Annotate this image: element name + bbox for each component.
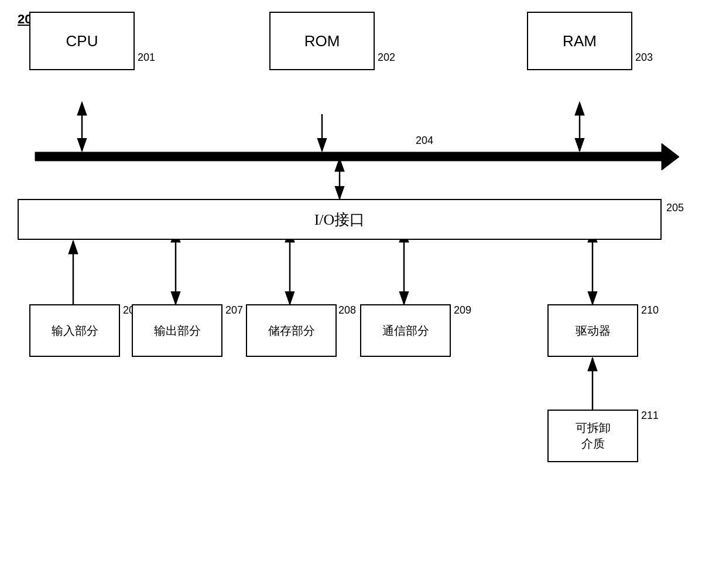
rom-box: ROM: [269, 12, 375, 70]
io-label: I/O接口: [314, 209, 365, 230]
ram-label: RAM: [563, 32, 597, 50]
svg-marker-4: [35, 143, 679, 170]
ram-box: RAM: [527, 12, 632, 70]
comm-box: 通信部分: [360, 304, 451, 357]
input-box: 输入部分: [29, 304, 120, 357]
driver-box: 驱动器: [547, 304, 638, 357]
cpu-box: CPU: [29, 12, 135, 70]
rom-ref: 202: [378, 51, 395, 64]
storage-ref: 208: [338, 304, 356, 317]
rom-label: ROM: [304, 32, 340, 50]
io-box: I/O接口: [18, 199, 662, 240]
output-ref: 207: [225, 304, 243, 317]
output-box: 输出部分: [132, 304, 222, 357]
removable-label: 可拆卸 介质: [576, 420, 611, 452]
output-label: 输出部分: [154, 323, 201, 339]
input-label: 输入部分: [52, 323, 98, 339]
driver-ref: 210: [641, 304, 659, 317]
io-ref: 205: [666, 202, 684, 214]
comm-label: 通信部分: [382, 323, 429, 339]
storage-label: 储存部分: [268, 323, 315, 339]
driver-label: 驱动器: [576, 323, 611, 339]
cpu-label: CPU: [66, 32, 98, 50]
ram-ref: 203: [635, 51, 653, 64]
storage-box: 储存部分: [246, 304, 337, 357]
diagram-svg: [18, 12, 708, 579]
removable-ref: 211: [641, 410, 659, 422]
bus-ref: 204: [416, 135, 433, 147]
comm-ref: 209: [454, 304, 471, 317]
removable-box: 可拆卸 介质: [547, 410, 638, 462]
cpu-ref: 201: [138, 51, 155, 64]
